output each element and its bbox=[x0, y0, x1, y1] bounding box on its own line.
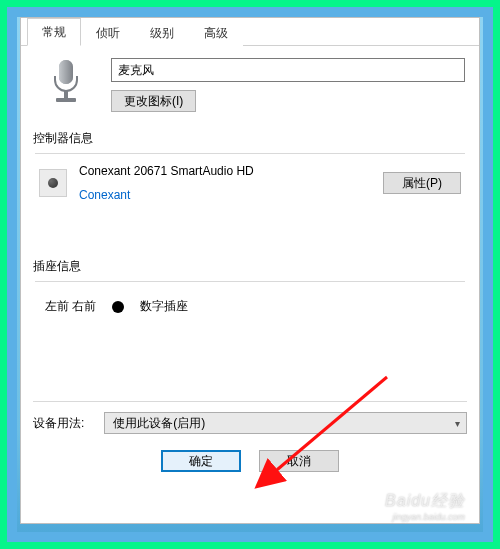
jack-position: 左前 右前 bbox=[45, 298, 96, 315]
svg-rect-3 bbox=[56, 98, 76, 102]
device-usage-row: 设备用法: 使用此设备(启用) ▾ bbox=[33, 401, 467, 434]
tab-listen[interactable]: 侦听 bbox=[81, 19, 135, 46]
controller-vendor-link[interactable]: Conexant bbox=[79, 188, 130, 202]
controller-group: 控制器信息 Conexant 20671 SmartAudio HD Conex… bbox=[33, 130, 467, 202]
tab-general[interactable]: 常规 bbox=[27, 18, 81, 46]
outer-frame: 常规 侦听 级别 高级 bbox=[0, 0, 500, 549]
tab-level[interactable]: 级别 bbox=[135, 19, 189, 46]
svg-rect-1 bbox=[59, 60, 73, 84]
controller-icon bbox=[39, 169, 67, 197]
device-usage-selected: 使用此设备(启用) bbox=[113, 415, 205, 432]
change-icon-button[interactable]: 更改图标(I) bbox=[111, 90, 196, 112]
jack-group-label: 插座信息 bbox=[33, 258, 467, 275]
jack-dot-icon bbox=[112, 301, 124, 313]
controller-properties-button[interactable]: 属性(P) bbox=[383, 172, 461, 194]
properties-dialog: 常规 侦听 级别 高级 bbox=[20, 17, 480, 524]
device-name-col: 更改图标(I) bbox=[111, 58, 465, 112]
svg-rect-2 bbox=[64, 90, 68, 98]
controller-name: Conexant 20671 SmartAudio HD bbox=[79, 164, 371, 178]
device-usage-label: 设备用法: bbox=[33, 415, 84, 432]
tabstrip: 常规 侦听 级别 高级 bbox=[21, 18, 479, 46]
chevron-down-icon: ▾ bbox=[455, 418, 460, 429]
controller-text-block: Conexant 20671 SmartAudio HD Conexant bbox=[79, 164, 371, 202]
ok-button[interactable]: 确定 bbox=[161, 450, 241, 472]
device-name-input[interactable] bbox=[111, 58, 465, 82]
desktop-bg: 常规 侦听 级别 高级 bbox=[17, 17, 483, 532]
device-usage-select[interactable]: 使用此设备(启用) ▾ bbox=[104, 412, 467, 434]
cancel-button[interactable]: 取消 bbox=[259, 450, 339, 472]
device-header-row: 更改图标(I) bbox=[43, 58, 465, 112]
microphone-icon bbox=[43, 58, 89, 104]
tab-advanced[interactable]: 高级 bbox=[189, 19, 243, 46]
jack-type: 数字插座 bbox=[140, 298, 188, 315]
controller-group-label: 控制器信息 bbox=[33, 130, 467, 147]
jack-group: 插座信息 左前 右前 数字插座 bbox=[33, 258, 467, 315]
dialog-buttons: 确定 取消 bbox=[33, 450, 467, 476]
